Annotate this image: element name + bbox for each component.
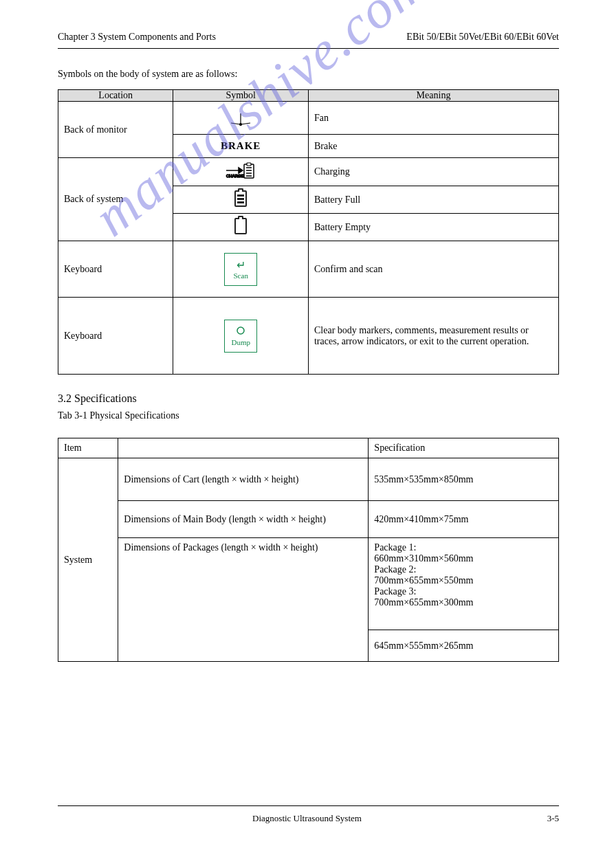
clipboard-full-icon [234, 190, 247, 207]
specs-table: Item Specification System Dimensions of … [58, 438, 559, 662]
svg-rect-8 [247, 163, 251, 166]
dump-button-icon: Dump [224, 320, 257, 353]
cell-desc: Battery Full [308, 186, 558, 214]
footer-center: Diagnostic Ultrasound System [0, 813, 614, 824]
cell-value: Package 1: 660mm×310mm×560mm Package 2: … [369, 538, 559, 630]
cell-location: Back of monitor [58, 102, 173, 158]
header-rule [58, 48, 559, 49]
cell-location: Keyboard [58, 298, 173, 375]
cell-desc: Brake [308, 135, 558, 158]
symbols-table: Location Symbol Meaning Back of monitor … [58, 89, 559, 375]
cell-label: Dimensions of Packages (length × width ×… [118, 538, 369, 662]
icon-caption: Scan [234, 271, 248, 280]
cell-symbol: Dump [173, 298, 309, 375]
running-header-right: EBit 50/EBit 50Vet/EBit 60/EBit 60Vet [406, 32, 559, 43]
section-title-specs: 3.2 Specifications [58, 392, 559, 405]
cell-location: Back of system [58, 158, 173, 241]
table-header: Item [58, 438, 118, 458]
cell-label: Dimensions of Main Body (length × width … [118, 501, 369, 538]
table-header [118, 438, 369, 458]
cell-location: Keyboard [58, 241, 173, 298]
cell-symbol [173, 186, 309, 214]
circle-icon [236, 326, 245, 338]
cell-desc: Fan [308, 102, 558, 135]
running-header-left: Chapter 3 System Components and Ports [58, 32, 216, 43]
table-header: Specification [369, 438, 559, 458]
cell-desc: Confirm and scan [308, 241, 558, 298]
footer-right: 3-5 [547, 813, 559, 824]
charge-arrow-clipboard-icon: CHARGE [223, 161, 258, 183]
table-header: Symbol [173, 90, 309, 102]
footer-rule [58, 805, 559, 806]
cell-desc: Battery Empty [308, 214, 558, 241]
svg-line-1 [231, 123, 241, 124]
table-header: Meaning [308, 90, 558, 102]
cell-symbol: BRAKE [173, 135, 309, 158]
cell-symbol [173, 214, 309, 241]
cell-desc: Charging [308, 158, 558, 186]
brake-label-icon: BRAKE [221, 140, 261, 151]
cell-desc: Clear body markers, comments, measuremen… [308, 298, 558, 375]
cell-value: 535mm×535mm×850mm [369, 458, 559, 501]
section-title-symbols: Symbols on the body of system are as fol… [58, 69, 559, 80]
cell-group: System [58, 458, 118, 662]
clipboard-empty-icon [234, 218, 247, 234]
svg-point-13 [237, 327, 244, 334]
scan-button-icon: ↵ Scan [224, 253, 257, 286]
cell-symbol: CHARGE [173, 158, 309, 186]
cell-value: 420mm×410mm×75mm [369, 501, 559, 538]
cell-symbol: ↵ Scan [173, 241, 309, 298]
enter-arrow-icon: ↵ [237, 258, 245, 271]
svg-marker-5 [239, 168, 243, 173]
svg-text:CHARGE: CHARGE [226, 174, 244, 178]
spec-intro: Tab 3-1 Physical Specifications [58, 410, 559, 421]
propeller-icon [227, 107, 254, 130]
svg-point-3 [240, 123, 242, 125]
icon-caption: Dump [231, 338, 250, 346]
table-header: Location [58, 90, 173, 102]
cell-value: 645mm×555mm×265mm [369, 630, 559, 662]
cell-label: Dimensions of Cart (length × width × hei… [118, 458, 369, 501]
svg-line-2 [241, 123, 250, 124]
cell-symbol [173, 102, 309, 135]
